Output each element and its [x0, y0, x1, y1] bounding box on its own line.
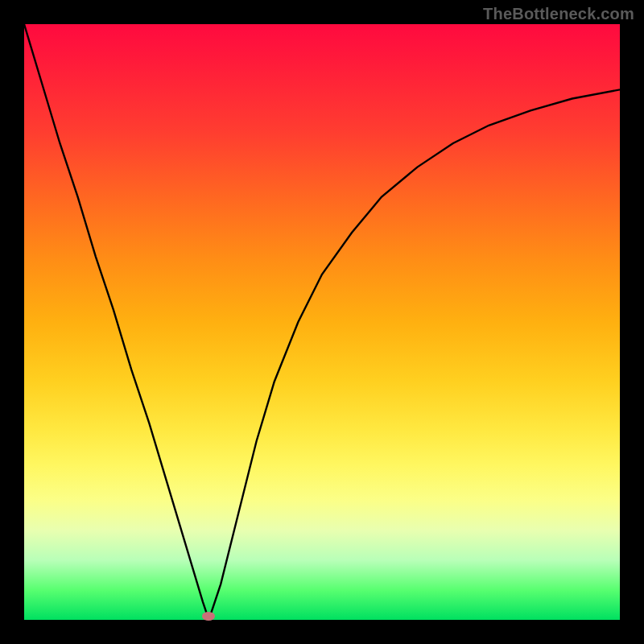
curve-svg: [24, 24, 620, 620]
chart-frame: TheBottleneck.com: [0, 0, 644, 644]
plot-area: [24, 24, 620, 620]
watermark-text: TheBottleneck.com: [483, 5, 634, 23]
bottleneck-curve-path: [24, 24, 620, 620]
